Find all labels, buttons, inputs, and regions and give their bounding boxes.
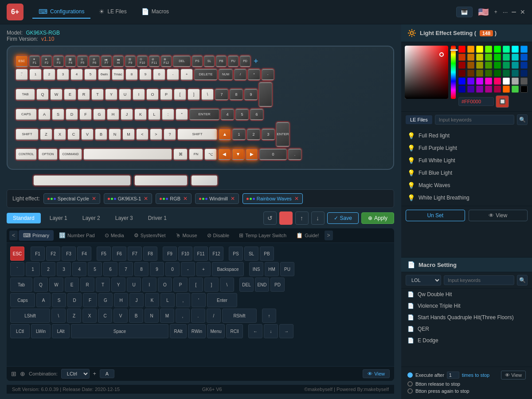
vkey-j[interactable]: J xyxy=(129,293,144,307)
key-del[interactable]: DEL xyxy=(173,55,191,67)
vkey-f5[interactable]: F5 xyxy=(97,246,111,261)
key-tilde[interactable]: ~` xyxy=(16,69,28,80)
swatch-10[interactable] xyxy=(467,54,474,61)
key-num8[interactable]: 8 xyxy=(230,89,243,100)
le-item-full-purple[interactable]: 💡 Full Purple Light xyxy=(401,142,532,154)
swatch-2[interactable] xyxy=(467,46,474,53)
vkey-bkslash2[interactable]: \ xyxy=(51,309,66,323)
swatch-37[interactable] xyxy=(494,78,501,85)
vkey-6[interactable]: 6 xyxy=(103,262,117,276)
swatch-38[interactable] xyxy=(503,78,510,85)
vkey-lwin[interactable]: LWin xyxy=(31,324,51,338)
vkey-d[interactable]: D xyxy=(67,293,82,307)
key-f1[interactable]: ✦F1 xyxy=(29,55,40,67)
key-num0[interactable]: 0 xyxy=(259,149,287,160)
layer-driver1[interactable]: Driver 1 xyxy=(142,213,173,223)
km-tab-guide[interactable]: 📋 Guide! xyxy=(292,230,323,241)
key-7[interactable]: 7mac xyxy=(112,69,124,80)
le-item-magic-waves[interactable]: 💡 Magic Waves xyxy=(401,179,532,192)
vkey-caps[interactable]: Caps xyxy=(10,293,35,307)
vkey-end[interactable]: END xyxy=(255,278,269,292)
swatch-41[interactable] xyxy=(458,86,466,93)
key-2[interactable]: 2 xyxy=(43,69,55,80)
key-h[interactable]: H xyxy=(107,109,119,120)
le-item-full-blue[interactable]: 💡 Full Blue Light xyxy=(401,167,532,179)
swatch-7[interactable] xyxy=(512,46,519,53)
key-r[interactable]: R xyxy=(78,89,90,100)
vkey-esc[interactable]: ESC xyxy=(10,246,24,261)
key-enter[interactable]: ENTER xyxy=(189,109,219,120)
key-up[interactable]: ▲ xyxy=(219,129,231,140)
key-lbracket[interactable]: [ xyxy=(174,89,186,100)
execute-radio-3[interactable] xyxy=(407,388,413,394)
vkey-h[interactable]: H xyxy=(114,293,128,307)
tab-le-files[interactable]: ☀ LE Files xyxy=(93,5,133,19)
key-star-num[interactable]: * xyxy=(248,69,260,80)
color-gradient[interactable] xyxy=(405,46,448,99)
swatch-36[interactable] xyxy=(485,78,492,85)
km-tab-disable[interactable]: ⊘ Disable xyxy=(203,230,234,241)
key-num9[interactable]: 9 xyxy=(244,89,258,100)
le-item-full-white[interactable]: 💡 Full White Light xyxy=(401,154,532,167)
vkey-r[interactable]: R xyxy=(80,278,94,292)
swatch-33[interactable] xyxy=(458,78,466,85)
km-tab-temp[interactable]: ⊞ Temp Layer Switch xyxy=(235,230,291,241)
key-rshift[interactable]: SHIFT xyxy=(177,129,217,140)
vkey-f9[interactable]: F9 xyxy=(163,246,177,261)
vkey-f6[interactable]: F6 xyxy=(112,246,126,261)
vkey-3[interactable]: 3 xyxy=(57,262,71,276)
vkey-rbracket[interactable]: ] xyxy=(204,278,219,292)
key-semicolon[interactable]: : xyxy=(162,109,174,120)
key-rbracket[interactable]: ] xyxy=(188,89,200,100)
swatch-5[interactable] xyxy=(494,46,501,53)
vkey-n[interactable]: N xyxy=(145,309,159,323)
le-item-rainbow-close[interactable]: ✕ xyxy=(294,196,299,202)
key-w[interactable]: W xyxy=(50,89,63,100)
key-num2[interactable]: 2 xyxy=(247,129,260,140)
more-btn[interactable]: ··· xyxy=(503,8,508,16)
km-scroll-left[interactable]: < xyxy=(9,231,18,240)
key-quote[interactable]: " xyxy=(176,109,188,120)
vkey-space[interactable]: Space xyxy=(71,324,168,338)
key-5[interactable]: 5 xyxy=(84,69,97,80)
key-f5[interactable]: ⊙F5 xyxy=(77,55,88,67)
macro-item-2[interactable]: 📄 Violence Triple Hit xyxy=(401,300,532,312)
refresh-btn[interactable]: ↺ xyxy=(263,211,277,225)
km-tab-mouse[interactable]: 🖱 Mouse xyxy=(171,230,202,241)
swatch-26[interactable] xyxy=(467,70,474,77)
key-slash[interactable]: ? xyxy=(164,129,176,140)
km-tab-sysnet[interactable]: ⚙ System/Net xyxy=(129,230,170,241)
execute-radio-1[interactable] xyxy=(407,372,413,378)
vkey-period[interactable]: . xyxy=(191,309,205,323)
vkey-hm[interactable]: HM xyxy=(265,262,279,276)
le-item-windmill[interactable]: Windmill ✕ xyxy=(195,193,239,204)
key-num5[interactable]: 5 xyxy=(235,109,249,120)
keyboard-device-btn[interactable]: 🎹 xyxy=(456,7,473,17)
vkey-1[interactable]: 1 xyxy=(26,262,40,276)
vkey-f7[interactable]: F7 xyxy=(128,246,142,261)
key-backslash[interactable]: \ xyxy=(201,89,214,100)
macro-item-1[interactable]: 📄 Qw Double Hit xyxy=(401,289,532,300)
layer-standard[interactable]: Standard xyxy=(7,213,41,223)
vkey-k[interactable]: K xyxy=(145,293,159,307)
layer-1[interactable]: Layer 1 xyxy=(43,213,74,223)
vkey-b[interactable]: B xyxy=(129,309,143,323)
eyedrop-btn[interactable]: 🔲 xyxy=(496,95,509,108)
key-lshift[interactable]: SHIFT xyxy=(16,129,39,140)
key-f3[interactable]: ⊞F3 xyxy=(53,55,64,67)
vkey-t[interactable]: T xyxy=(96,278,110,292)
layer-3[interactable]: Layer 3 xyxy=(109,213,139,223)
key-down[interactable]: ▼ xyxy=(232,149,244,160)
vkey-z[interactable]: Z xyxy=(67,309,81,323)
le-item-white-breathing[interactable]: 💡 White Light Breathing xyxy=(401,192,532,204)
key-b[interactable]: B xyxy=(95,129,107,140)
combination-key-select[interactable]: LCtrl RCtrl LAlt xyxy=(61,369,90,379)
le-item-spectral-close[interactable]: ✕ xyxy=(92,196,96,202)
tab-configurations[interactable]: ⌨ Configurations xyxy=(32,5,90,19)
vkey-pd[interactable]: PD xyxy=(270,278,285,292)
key-tab[interactable]: TAB xyxy=(16,89,35,100)
vkey-0[interactable]: 0 xyxy=(165,262,180,276)
key-f9[interactable]: ⊞F9 xyxy=(125,55,136,67)
le-tab-files[interactable]: LE Files xyxy=(406,115,432,124)
key-o[interactable]: O xyxy=(146,89,159,100)
